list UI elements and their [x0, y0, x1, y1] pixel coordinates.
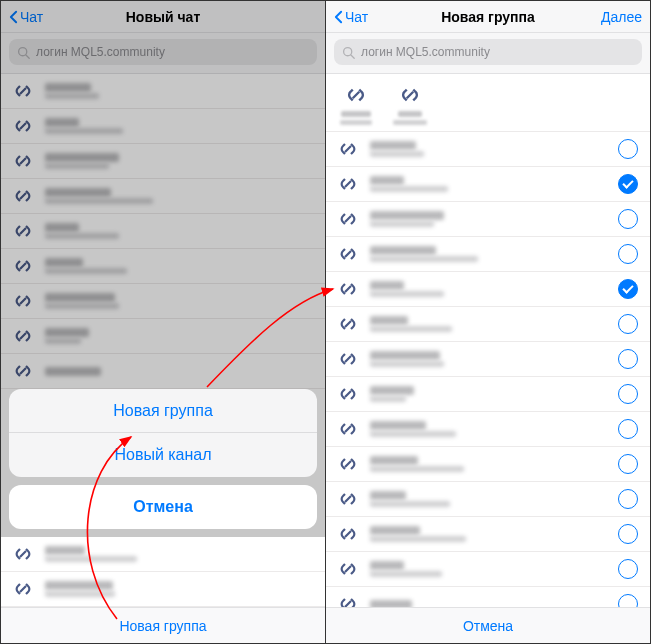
contact-sub-blur [370, 151, 424, 157]
contact-name-blur [370, 351, 440, 360]
select-radio[interactable] [618, 279, 638, 299]
selected-contact[interactable] [338, 82, 374, 125]
contact-sub-blur [370, 256, 478, 262]
search-input[interactable]: логин MQL5.community [334, 39, 642, 65]
select-radio[interactable] [618, 209, 638, 229]
contact-row[interactable] [326, 342, 650, 377]
link-icon [336, 312, 360, 336]
contact-sub-blur [370, 221, 434, 227]
contact-meta [370, 561, 608, 577]
link-icon [11, 542, 35, 566]
contact-row[interactable] [326, 307, 650, 342]
contact-meta [370, 600, 608, 608]
link-icon [336, 452, 360, 476]
contact-row[interactable] [1, 537, 325, 572]
action-sheet-backdrop[interactable]: Новая группа Новый канал Отмена [1, 1, 325, 537]
contact-row[interactable] [326, 587, 650, 607]
search-placeholder: логин MQL5.community [361, 45, 490, 59]
pane-new-group: Чат Новая группа Далее логин MQL5.commun… [326, 1, 650, 643]
select-radio[interactable] [618, 454, 638, 474]
selected-sub-blur [340, 120, 372, 125]
contact-name-blur [370, 561, 404, 570]
contact-row[interactable] [326, 517, 650, 552]
contact-meta [370, 141, 608, 157]
contact-sub-blur [370, 396, 406, 402]
cancel-button[interactable]: Отмена [9, 485, 317, 529]
contact-name-blur [370, 600, 412, 608]
bottom-bar-new-group[interactable]: Новая группа [1, 607, 325, 643]
select-radio[interactable] [618, 314, 638, 334]
contact-name-blur [370, 421, 426, 430]
contact-row[interactable] [326, 167, 650, 202]
link-icon [336, 172, 360, 196]
contact-name-blur [370, 491, 406, 500]
contact-sub-blur [45, 556, 137, 562]
select-radio[interactable] [618, 419, 638, 439]
selected-name-blur [341, 111, 371, 117]
chevron-left-icon [334, 10, 343, 24]
select-radio[interactable] [618, 594, 638, 607]
contact-name-blur [370, 526, 420, 535]
contact-row[interactable] [1, 572, 325, 607]
contact-meta [370, 316, 608, 332]
contact-meta [370, 491, 608, 507]
new-channel-option[interactable]: Новый канал [9, 433, 317, 477]
left-lower-peek: Новая группа [1, 537, 325, 643]
contact-name-blur [370, 316, 408, 325]
contact-row[interactable] [326, 412, 650, 447]
contact-sub-blur [370, 501, 450, 507]
select-radio[interactable] [618, 524, 638, 544]
contact-meta [45, 546, 313, 562]
next-button[interactable]: Далее [601, 9, 642, 25]
contact-meta [370, 176, 608, 192]
contact-sub-blur [370, 466, 464, 472]
selected-name-blur [398, 111, 422, 117]
selected-contact[interactable] [392, 82, 428, 125]
contact-meta [370, 211, 608, 227]
contact-name-blur [370, 386, 414, 395]
bottom-bar-cancel[interactable]: Отмена [326, 607, 650, 643]
contact-row[interactable] [326, 447, 650, 482]
link-icon [336, 487, 360, 511]
select-radio[interactable] [618, 559, 638, 579]
select-radio[interactable] [618, 244, 638, 264]
contact-list[interactable] [326, 132, 650, 607]
contact-row[interactable] [326, 482, 650, 517]
link-icon [336, 382, 360, 406]
select-radio[interactable] [618, 349, 638, 369]
link-icon [336, 347, 360, 371]
select-radio[interactable] [618, 384, 638, 404]
contact-row[interactable] [326, 132, 650, 167]
contact-name-blur [370, 176, 404, 185]
contact-meta [370, 456, 608, 472]
nav-bar: Чат Новая группа Далее [326, 1, 650, 33]
contact-sub-blur [370, 571, 442, 577]
select-radio[interactable] [618, 489, 638, 509]
contact-name-blur [370, 281, 404, 290]
contact-meta [370, 246, 608, 262]
contact-meta [370, 421, 608, 437]
select-radio[interactable] [618, 139, 638, 159]
contact-row[interactable] [326, 202, 650, 237]
contact-sub-blur [370, 326, 452, 332]
contact-name-blur [370, 246, 436, 255]
contact-sub-blur [370, 361, 444, 367]
link-icon [397, 82, 423, 108]
contact-row[interactable] [326, 552, 650, 587]
contact-row[interactable] [326, 237, 650, 272]
back-label: Чат [345, 9, 368, 25]
contact-meta [370, 281, 608, 297]
contact-sub-blur [370, 291, 444, 297]
search-icon [342, 46, 355, 59]
link-icon [336, 137, 360, 161]
back-button[interactable]: Чат [334, 9, 368, 25]
contact-sub-blur [370, 431, 456, 437]
select-radio[interactable] [618, 174, 638, 194]
action-sheet: Новая группа Новый канал [9, 389, 317, 477]
contact-row[interactable] [326, 377, 650, 412]
contact-row[interactable] [326, 272, 650, 307]
new-group-option[interactable]: Новая группа [9, 389, 317, 433]
link-icon [336, 277, 360, 301]
contact-sub-blur [45, 591, 115, 597]
svg-line-3 [351, 54, 354, 57]
